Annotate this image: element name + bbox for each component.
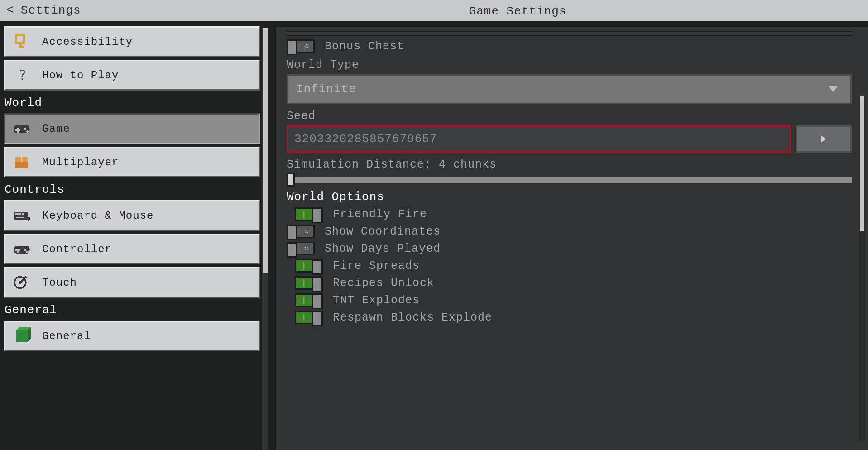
respawn-blocks-explode-toggle[interactable] (295, 311, 323, 324)
cube-icon (11, 326, 32, 346)
main-scrollbar[interactable] (859, 96, 865, 441)
seed-input[interactable]: 3203320285857679657 (287, 125, 791, 153)
people-icon (11, 152, 32, 172)
svg-rect-14 (17, 213, 19, 215)
sidebar-item-game[interactable]: Game (4, 113, 260, 144)
chevron-left-icon: < (6, 4, 14, 17)
svg-rect-10 (22, 157, 28, 163)
sidebar-group-label: Controls (4, 180, 260, 200)
bonus-chest-toggle[interactable] (287, 39, 315, 53)
sidebar-item-label: Touch (42, 277, 77, 289)
key-icon (11, 31, 32, 52)
simulation-distance-slider[interactable] (287, 174, 852, 186)
respawn-blocks-explode-label: Respawn Blocks Explode (333, 311, 492, 324)
sidebar-item-how-to-play[interactable]: ?How to Play (4, 60, 260, 91)
sidebar-group-label: World (4, 93, 260, 113)
recipes-unlock-toggle[interactable] (295, 276, 323, 290)
friendly-fire-toggle[interactable] (295, 207, 323, 221)
sidebar: Accessibility?How to PlayWorldGameMultip… (4, 26, 268, 450)
sidebar-item-label: Multiplayer (42, 156, 119, 168)
main-scrollbar-thumb[interactable] (860, 96, 864, 231)
sidebar-item-touch[interactable]: Touch (4, 267, 260, 298)
svg-point-23 (26, 251, 29, 253)
tnt-explodes-label: TNT Explodes (333, 294, 420, 307)
back-label: Settings (21, 4, 81, 17)
show-days-played-label: Show Days Played (325, 242, 441, 255)
show-days-played-toggle[interactable] (287, 242, 315, 255)
sidebar-item-accessibility[interactable]: Accessibility (4, 26, 260, 57)
header-bar: < Settings Game Settings (0, 0, 868, 22)
world-type-value: Infinite (296, 82, 356, 96)
fire-spreads-label: Fire Spreads (333, 259, 420, 273)
sidebar-item-general[interactable]: General (4, 321, 260, 351)
slider-handle[interactable] (287, 173, 295, 187)
seed-value: 3203320285857679657 (294, 132, 437, 146)
svg-rect-11 (15, 162, 28, 168)
svg-rect-2 (19, 46, 24, 48)
fire-spreads-toggle[interactable] (295, 259, 323, 273)
sidebar-scrollbar[interactable] (262, 28, 268, 450)
seed-picker-button[interactable] (796, 125, 852, 153)
sidebar-item-label: How to Play (42, 69, 119, 81)
back-button[interactable]: < Settings (6, 4, 81, 17)
svg-point-22 (24, 249, 26, 251)
svg-rect-9 (15, 157, 21, 163)
friendly-fire-label: Friendly Fire (333, 208, 427, 221)
svg-rect-15 (19, 213, 21, 215)
svg-rect-16 (22, 213, 24, 215)
show-coordinates-label: Show Coordinates (325, 225, 441, 238)
svg-rect-13 (15, 213, 17, 215)
chevron-right-icon (821, 135, 826, 143)
show-coordinates-toggle[interactable] (287, 225, 315, 238)
gamepad-icon (11, 239, 32, 259)
tnt-explodes-toggle[interactable] (295, 293, 323, 307)
sidebar-item-label: Accessibility (42, 36, 133, 48)
sidebar-item-controller[interactable]: Controller (4, 234, 260, 264)
panel-top-divider (287, 31, 852, 36)
chevron-down-icon (829, 86, 838, 92)
page-title: Game Settings (469, 5, 567, 18)
svg-text:?: ? (19, 67, 27, 83)
svg-point-8 (26, 130, 29, 133)
keyboard-icon (11, 205, 32, 226)
sidebar-item-label: Controller (42, 243, 112, 255)
sidebar-group-label: General (4, 301, 260, 321)
sidebar-item-keyboard-mouse[interactable]: Keyboard & Mouse (4, 200, 260, 231)
sidebar-scrollbar-thumb[interactable] (263, 28, 268, 273)
svg-point-25 (19, 281, 22, 284)
sidebar-item-label: Game (42, 123, 70, 135)
recipes-unlock-label: Recipes Unlock (333, 277, 434, 290)
svg-rect-26 (16, 330, 28, 342)
svg-rect-0 (16, 35, 24, 43)
svg-point-18 (27, 217, 30, 221)
bonus-chest-label: Bonus Chest (325, 40, 404, 53)
world-type-label: World Type (287, 58, 852, 72)
seed-label: Seed (287, 110, 852, 123)
svg-rect-6 (15, 129, 20, 131)
svg-rect-21 (15, 249, 20, 251)
sidebar-item-multiplayer[interactable]: Multiplayer (4, 147, 260, 177)
simulation-distance-label: Simulation Distance: 4 chunks (287, 158, 852, 171)
touch-icon (11, 272, 32, 293)
svg-rect-17 (16, 217, 24, 219)
sidebar-item-label: Keyboard & Mouse (42, 210, 153, 222)
world-options-heading: World Options (287, 190, 852, 204)
svg-point-7 (24, 128, 26, 130)
sidebar-item-label: General (42, 330, 91, 342)
game-settings-panel: Bonus Chest World Type Infinite Seed 320… (274, 25, 868, 450)
world-type-dropdown[interactable]: Infinite (287, 74, 852, 104)
question-icon: ? (11, 65, 32, 86)
gamepad-icon (11, 118, 32, 139)
